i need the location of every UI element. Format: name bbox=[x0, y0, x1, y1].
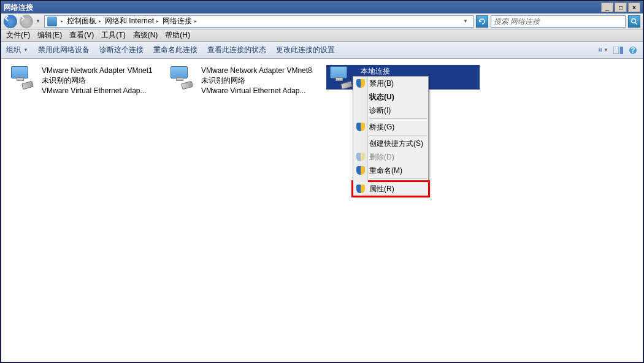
tool-rename[interactable]: 重命名此连接 bbox=[153, 45, 197, 55]
svg-point-0 bbox=[632, 18, 636, 23]
adapter-device: VMware Virtual Ethernet Adap... bbox=[42, 86, 153, 95]
context-menu: 禁用(B) 状态(U) 诊断(I) 桥接(G) 创建快捷方式(S) 删除(D) … bbox=[353, 76, 429, 196]
ctx-rename[interactable]: 重命名(M) bbox=[353, 164, 428, 177]
svg-rect-2 bbox=[599, 48, 600, 49]
toolbar: 组织 ▼ 禁用此网络设备 诊断这个连接 重命名此连接 查看此连接的状态 更改此连… bbox=[1, 42, 643, 59]
close-button[interactable]: × bbox=[628, 2, 640, 12]
help-icon: ? bbox=[629, 46, 637, 55]
separator bbox=[369, 135, 427, 136]
network-adapter-icon bbox=[7, 65, 37, 90]
minimize-button[interactable]: _ bbox=[601, 2, 613, 12]
breadcrumb[interactable]: 网络连接▸ bbox=[163, 16, 198, 26]
ctx-shortcut[interactable]: 创建快捷方式(S) bbox=[353, 137, 428, 150]
refresh-icon bbox=[478, 18, 486, 25]
preview-pane-icon bbox=[613, 47, 623, 54]
shield-icon bbox=[356, 166, 365, 175]
chevron-right-icon: ▸ bbox=[98, 18, 102, 24]
view-options-button[interactable]: ▼ bbox=[599, 45, 608, 55]
ctx-diagnose[interactable]: 诊断(I) bbox=[353, 104, 428, 117]
adapter-status: 未识别的网络 bbox=[201, 75, 312, 86]
chevron-down-icon: ▼ bbox=[23, 47, 28, 53]
help-button[interactable]: ? bbox=[628, 45, 638, 55]
chevron-right-icon: ▸ bbox=[193, 18, 198, 24]
maximize-button[interactable]: □ bbox=[615, 2, 627, 12]
menu-edit[interactable]: 编辑(E) bbox=[37, 30, 62, 40]
navbar: ▼ ▸ 控制面板▸ 网络和 Internet▸ 网络连接▸ ▼ bbox=[1, 13, 643, 29]
shield-icon bbox=[356, 123, 365, 131]
svg-line-1 bbox=[635, 23, 637, 25]
adapter-name: VMware Network Adapter VMnet8 bbox=[201, 66, 312, 75]
back-button[interactable] bbox=[4, 15, 17, 28]
svg-text:?: ? bbox=[631, 46, 635, 55]
window-controls: _ □ × bbox=[601, 2, 640, 12]
toolbar-right: ▼ ? bbox=[599, 45, 638, 55]
explorer-window: 网络连接 _ □ × ▼ ▸ 控制面板▸ 网络和 Internet▸ 网络连接▸… bbox=[1, 1, 643, 362]
location-icon bbox=[47, 17, 57, 26]
content-area[interactable]: VMware Network Adapter VMnet1 未识别的网络 VMw… bbox=[1, 59, 643, 362]
svg-rect-6 bbox=[613, 47, 619, 54]
menu-tools[interactable]: 工具(T) bbox=[101, 30, 125, 40]
ctx-delete: 删除(D) bbox=[353, 150, 428, 164]
search-button[interactable] bbox=[628, 15, 640, 28]
menu-file[interactable]: 文件(F) bbox=[6, 30, 30, 40]
network-adapter-item[interactable]: VMware Network Adapter VMnet8 未识别的网络 VMw… bbox=[167, 65, 320, 95]
menubar: 文件(F) 编辑(E) 查看(V) 工具(T) 高级(N) 帮助(H) bbox=[1, 29, 643, 42]
highlight-box: 属性(R) bbox=[351, 180, 430, 197]
item-text: VMware Network Adapter VMnet1 未识别的网络 VMw… bbox=[42, 65, 153, 95]
shield-icon bbox=[356, 153, 365, 161]
search-box[interactable] bbox=[491, 15, 626, 28]
nav-history-dropdown[interactable]: ▼ bbox=[36, 18, 42, 24]
ctx-status[interactable]: 状态(U) bbox=[353, 90, 428, 104]
chevron-down-icon: ▼ bbox=[604, 47, 608, 53]
svg-rect-3 bbox=[600, 48, 602, 49]
chevron-right-icon: ▸ bbox=[155, 18, 160, 24]
svg-rect-4 bbox=[599, 50, 600, 52]
window-title: 网络连接 bbox=[4, 2, 601, 13]
adapter-name: 本地连接 bbox=[361, 66, 391, 77]
tool-change-settings[interactable]: 更改此连接的设置 bbox=[276, 45, 335, 55]
preview-pane-button[interactable] bbox=[613, 45, 623, 55]
separator bbox=[369, 118, 427, 119]
separator bbox=[369, 178, 427, 179]
titlebar: 网络连接 _ □ × bbox=[1, 1, 643, 13]
addressbar[interactable]: ▸ 控制面板▸ 网络和 Internet▸ 网络连接▸ ▼ bbox=[44, 15, 473, 28]
adapter-name: VMware Network Adapter VMnet1 bbox=[42, 66, 153, 75]
search-input[interactable] bbox=[494, 17, 623, 26]
refresh-button[interactable] bbox=[476, 15, 488, 28]
chevron-right-icon: ▸ bbox=[59, 18, 64, 24]
network-adapter-item[interactable]: VMware Network Adapter VMnet1 未识别的网络 VMw… bbox=[7, 65, 161, 95]
adapter-device: VMware Virtual Ethernet Adap... bbox=[201, 86, 312, 95]
ctx-disable[interactable]: 禁用(B) bbox=[353, 77, 428, 90]
ctx-bridge[interactable]: 桥接(G) bbox=[353, 120, 428, 134]
forward-button[interactable] bbox=[20, 15, 33, 28]
address-dropdown[interactable]: ▼ bbox=[461, 18, 470, 24]
view-icon bbox=[599, 47, 604, 54]
ctx-properties[interactable]: 属性(R) bbox=[353, 182, 428, 196]
svg-rect-5 bbox=[600, 50, 602, 52]
breadcrumb[interactable]: 网络和 Internet▸ bbox=[105, 16, 160, 26]
adapter-status: 未识别的网络 bbox=[42, 75, 153, 86]
shield-icon bbox=[356, 185, 365, 193]
network-adapter-icon bbox=[167, 65, 196, 90]
menu-advanced[interactable]: 高级(N) bbox=[133, 30, 158, 40]
arrow-left-icon bbox=[4, 15, 10, 21]
menu-view[interactable]: 查看(V) bbox=[69, 30, 94, 40]
shield-icon bbox=[356, 79, 365, 88]
network-adapter-icon bbox=[326, 65, 356, 90]
tool-disable-device[interactable]: 禁用此网络设备 bbox=[38, 45, 90, 55]
organize-button[interactable]: 组织 ▼ bbox=[6, 45, 28, 55]
tool-view-status[interactable]: 查看此连接的状态 bbox=[207, 45, 266, 55]
breadcrumb[interactable]: 控制面板▸ bbox=[67, 16, 102, 26]
menu-help[interactable]: 帮助(H) bbox=[165, 30, 190, 40]
arrow-right-icon bbox=[20, 15, 26, 21]
search-icon bbox=[631, 18, 638, 25]
item-text: VMware Network Adapter VMnet8 未识别的网络 VMw… bbox=[201, 65, 312, 95]
tool-diagnose[interactable]: 诊断这个连接 bbox=[99, 45, 144, 55]
svg-rect-7 bbox=[620, 47, 623, 54]
